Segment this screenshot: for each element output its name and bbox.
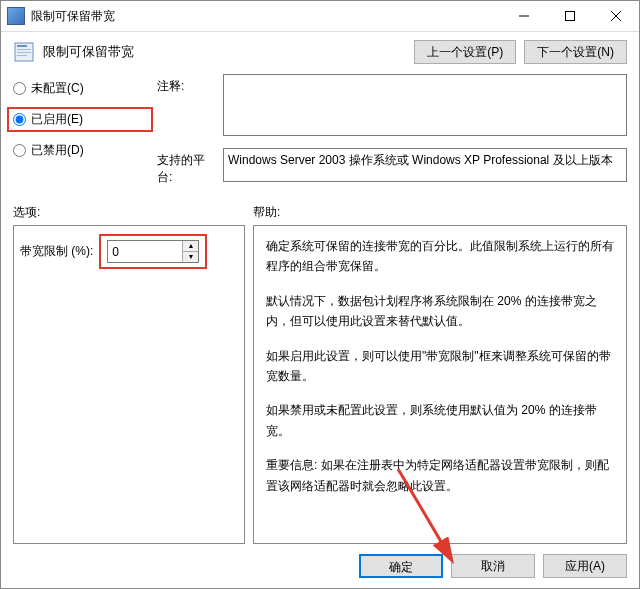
radio-disabled-label: 已禁用(D) bbox=[31, 142, 84, 159]
bandwidth-limit-label: 带宽限制 (%): bbox=[20, 243, 93, 260]
section-labels: 选项: 帮助: bbox=[13, 204, 627, 221]
bandwidth-limit-highlight: ▲ ▼ bbox=[99, 234, 207, 269]
platform-row: 支持的平台: Windows Server 2003 操作系统或 Windows… bbox=[157, 148, 627, 186]
cancel-button[interactable]: 取消 bbox=[451, 554, 535, 578]
comments-row: 注释: bbox=[157, 74, 627, 136]
help-section-label: 帮助: bbox=[253, 204, 627, 221]
close-button[interactable] bbox=[593, 1, 639, 31]
help-paragraph-3: 如果启用此设置，则可以使用"带宽限制"框来调整系统可保留的带宽数量。 bbox=[266, 346, 614, 387]
state-radios: 未配置(C) 已启用(E) 已禁用(D) bbox=[13, 74, 153, 159]
radio-disabled[interactable]: 已禁用(D) bbox=[13, 142, 153, 159]
spinner-buttons: ▲ ▼ bbox=[182, 241, 198, 262]
next-setting-button[interactable]: 下一个设置(N) bbox=[524, 40, 627, 64]
window-title: 限制可保留带宽 bbox=[31, 8, 501, 25]
footer: 确定 取消 应用(A) bbox=[13, 554, 627, 578]
radio-not-configured-label: 未配置(C) bbox=[31, 80, 84, 97]
field-column: 注释: 支持的平台: Windows Server 2003 操作系统或 Win… bbox=[157, 74, 627, 186]
help-pane: 确定系统可保留的连接带宽的百分比。此值限制系统上运行的所有程序的组合带宽保留。 … bbox=[253, 225, 627, 544]
spinner-down-button[interactable]: ▼ bbox=[183, 252, 198, 262]
radio-enabled-input[interactable] bbox=[13, 113, 26, 126]
maximize-icon bbox=[565, 11, 575, 21]
dialog-body: 限制可保留带宽 上一个设置(P) 下一个设置(N) 未配置(C) 已启用(E) … bbox=[1, 32, 639, 588]
apply-label: 应用(A) bbox=[565, 559, 605, 573]
bandwidth-limit-row: 带宽限制 (%): ▲ ▼ bbox=[20, 234, 238, 269]
policy-icon bbox=[13, 41, 35, 63]
svg-rect-4 bbox=[17, 52, 31, 53]
header-title: 限制可保留带宽 bbox=[43, 43, 134, 61]
help-paragraph-5: 重要信息: 如果在注册表中为特定网络适配器设置带宽限制，则配置该网络适配器时就会… bbox=[266, 455, 614, 496]
radio-not-configured-input[interactable] bbox=[13, 82, 26, 95]
options-section-label: 选项: bbox=[13, 204, 253, 221]
radio-not-configured[interactable]: 未配置(C) bbox=[13, 80, 153, 97]
radio-disabled-input[interactable] bbox=[13, 144, 26, 157]
app-icon bbox=[7, 7, 25, 25]
comments-label: 注释: bbox=[157, 74, 217, 95]
cancel-label: 取消 bbox=[481, 559, 505, 573]
radio-enabled[interactable]: 已启用(E) bbox=[7, 107, 153, 132]
bandwidth-limit-input[interactable] bbox=[108, 245, 182, 259]
header-row: 限制可保留带宽 上一个设置(P) 下一个设置(N) bbox=[13, 40, 627, 64]
previous-setting-button[interactable]: 上一个设置(P) bbox=[414, 40, 516, 64]
next-setting-label: 下一个设置(N) bbox=[537, 45, 614, 59]
platform-value: Windows Server 2003 操作系统或 Windows XP Pro… bbox=[223, 148, 627, 182]
dialog-window: 限制可保留带宽 限制可保留带宽 上一个设置(P) 下一个设置(N) bbox=[0, 0, 640, 589]
bandwidth-limit-spinner[interactable]: ▲ ▼ bbox=[107, 240, 199, 263]
config-row: 未配置(C) 已启用(E) 已禁用(D) 注释: 支持的平台: bbox=[13, 74, 627, 186]
comments-input[interactable] bbox=[223, 74, 627, 136]
apply-button[interactable]: 应用(A) bbox=[543, 554, 627, 578]
svg-rect-2 bbox=[17, 45, 27, 47]
spinner-up-button[interactable]: ▲ bbox=[183, 241, 198, 252]
window-controls bbox=[501, 1, 639, 31]
svg-rect-3 bbox=[17, 49, 31, 50]
previous-setting-label: 上一个设置(P) bbox=[427, 45, 503, 59]
platform-label: 支持的平台: bbox=[157, 148, 217, 186]
minimize-button[interactable] bbox=[501, 1, 547, 31]
titlebar: 限制可保留带宽 bbox=[1, 1, 639, 32]
minimize-icon bbox=[519, 11, 529, 21]
ok-button[interactable]: 确定 bbox=[359, 554, 443, 578]
maximize-button[interactable] bbox=[547, 1, 593, 31]
help-paragraph-4: 如果禁用或未配置此设置，则系统使用默认值为 20% 的连接带宽。 bbox=[266, 400, 614, 441]
svg-rect-0 bbox=[566, 12, 575, 21]
radio-enabled-label: 已启用(E) bbox=[31, 111, 83, 128]
close-icon bbox=[611, 11, 621, 21]
nav-buttons: 上一个设置(P) 下一个设置(N) bbox=[414, 40, 627, 64]
help-paragraph-2: 默认情况下，数据包计划程序将系统限制在 20% 的连接带宽之内，但可以使用此设置… bbox=[266, 291, 614, 332]
help-paragraph-1: 确定系统可保留的连接带宽的百分比。此值限制系统上运行的所有程序的组合带宽保留。 bbox=[266, 236, 614, 277]
main-panes: 带宽限制 (%): ▲ ▼ 确定系统可保留的连接带宽的百分比。此值限制系统上运行… bbox=[13, 225, 627, 544]
svg-rect-5 bbox=[17, 55, 27, 56]
ok-label: 确定 bbox=[389, 560, 413, 574]
options-pane: 带宽限制 (%): ▲ ▼ bbox=[13, 225, 245, 544]
